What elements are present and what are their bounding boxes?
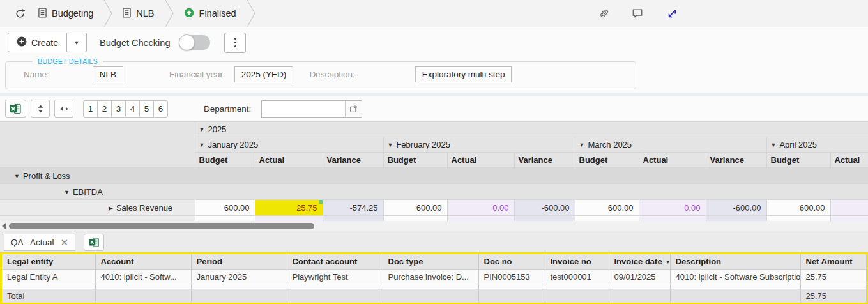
cell-invoice-no[interactable]: test000001 <box>545 270 609 284</box>
total-net-amount: 25.75 <box>800 289 866 303</box>
document-icon <box>38 8 47 20</box>
topbar-actions <box>597 6 678 20</box>
name-label: Name: <box>24 70 49 79</box>
scroll-left-icon[interactable] <box>2 223 6 229</box>
breadcrumb-label: Finalised <box>199 8 236 19</box>
cell-jan-variance[interactable]: -574.25 <box>323 200 383 216</box>
breadcrumb-item-budgeting[interactable]: Budgeting <box>28 0 103 27</box>
create-button[interactable]: Create <box>8 33 66 52</box>
expand-columns-button[interactable] <box>54 100 73 118</box>
cell-legal-entity[interactable]: Legal Entity A <box>2 270 95 284</box>
col-header-account[interactable]: Account <box>95 254 191 270</box>
budget-details-panel: BUDGET DETAILS Name: NLB Financial year:… <box>0 57 868 93</box>
department-label: Department: <box>204 104 251 114</box>
col-header-net-amount[interactable]: Net Amount <box>800 254 866 270</box>
document-icon <box>123 8 131 20</box>
cell-jan-actual-highlighted[interactable]: 25.75 <box>255 200 323 216</box>
scrollbar-thumb[interactable] <box>9 223 314 229</box>
col-header-period[interactable]: Period <box>191 254 287 270</box>
close-icon[interactable]: ✕ <box>61 238 69 247</box>
cell-mar-actual[interactable]: 0.00 <box>639 200 706 216</box>
financial-year-label: Financial year: <box>169 70 225 79</box>
budget-checking-toggle[interactable] <box>179 35 210 50</box>
more-options-button[interactable] <box>224 33 246 53</box>
page-button-6[interactable]: 6 <box>153 100 168 118</box>
cell-feb-variance[interactable]: -600.00 <box>514 200 575 216</box>
breadcrumb-chevron <box>103 0 112 27</box>
cell-doc-type[interactable]: Purchase invoice: D... <box>383 270 478 284</box>
action-bar: Create ▼ Budget Checking <box>0 27 868 57</box>
total-label: Total <box>2 289 95 303</box>
description-field[interactable]: Exploratory multi step <box>415 66 512 82</box>
col-header-doc-no[interactable]: Doc no <box>478 254 545 270</box>
col-header-invoice-date[interactable]: Invoice date▼ <box>609 254 670 270</box>
grid-toolbar: 1 2 3 4 5 6 Department: <box>0 96 868 121</box>
cell-mar-variance[interactable]: -600.00 <box>706 200 766 216</box>
attachment-icon[interactable] <box>597 6 611 20</box>
page-button-2[interactable]: 2 <box>97 100 112 118</box>
row-group-profit-and-loss[interactable]: ▼Profit & Loss <box>0 168 868 184</box>
refresh-icon[interactable] <box>11 5 28 22</box>
page-button-3[interactable]: 3 <box>111 100 126 118</box>
drilldown-data-row[interactable]: Legal Entity A 4010: iplicit - Softw... … <box>2 270 866 284</box>
cell-jan-budget[interactable]: 600.00 <box>195 200 255 216</box>
row-label-sales-revenue[interactable]: ▶Sales Revenue <box>0 200 195 216</box>
breadcrumb-label: Budgeting <box>52 8 93 19</box>
breadcrumb-bar: Budgeting NLB Finalised <box>0 0 868 27</box>
cell-apr-actual[interactable] <box>830 200 868 216</box>
page-button-5[interactable]: 5 <box>139 100 154 118</box>
period-page-buttons: 1 2 3 4 5 6 <box>83 100 168 118</box>
pivot-corner-cell <box>0 122 195 168</box>
cell-apr-budget[interactable]: 600.00 <box>766 200 830 216</box>
collapse-icon: ▼ <box>771 142 777 148</box>
breadcrumb-item-nlb[interactable]: NLB <box>112 0 164 27</box>
collapse-icon: ▼ <box>64 189 70 195</box>
year-group-header[interactable]: ▼2025 <box>195 122 868 137</box>
col-header-legal-entity[interactable]: Legal entity <box>2 254 95 270</box>
horizontal-scrollbar <box>0 221 868 231</box>
row-group-ebitda[interactable]: ▼EBITDA <box>0 184 868 200</box>
name-field[interactable]: NLB <box>93 66 123 82</box>
measure-header-budget: Budget <box>766 153 830 168</box>
month-header-january[interactable]: ▼January 2025 <box>195 137 383 153</box>
cell-contact-account[interactable]: Playwright Test <box>287 270 383 284</box>
cell-invoice-date[interactable]: 09/01/2025 <box>609 270 670 284</box>
col-header-doc-type[interactable]: Doc type <box>383 254 478 270</box>
cell-account[interactable]: 4010: iplicit - Softw... <box>95 270 191 284</box>
measure-header-actual: Actual <box>255 153 323 168</box>
col-header-description[interactable]: Description <box>670 254 800 270</box>
tab-label: QA - Actual <box>11 238 54 247</box>
cell-feb-budget[interactable]: 600.00 <box>383 200 447 216</box>
col-header-invoice-no[interactable]: Invoice no <box>545 254 609 270</box>
measure-header-actual: Actual <box>447 153 514 168</box>
drilldown-total-row: Total 25.75 <box>2 289 866 303</box>
breadcrumb-item-finalised[interactable]: Finalised <box>174 0 247 27</box>
cell-feb-actual[interactable]: 0.00 <box>447 200 514 216</box>
measure-header-budget: Budget <box>195 153 255 168</box>
audit-icon[interactable] <box>664 6 678 20</box>
financial-year-field[interactable]: 2025 (YED) <box>234 66 294 82</box>
clipped-row <box>0 216 868 221</box>
export-excel-button[interactable] <box>84 234 104 251</box>
month-header-april[interactable]: ▼April 2025 <box>766 137 868 153</box>
department-lookup-icon[interactable] <box>345 101 362 117</box>
collapse-icon: ▼ <box>579 142 585 148</box>
export-excel-button[interactable] <box>5 100 26 118</box>
cell-doc-no[interactable]: PIN0005153 <box>478 270 545 284</box>
cell-description[interactable]: 4010: iplicit - Software Subscriptio <box>670 270 800 284</box>
comment-icon[interactable] <box>630 6 644 20</box>
cell-period[interactable]: January 2025 <box>191 270 287 284</box>
department-input[interactable] <box>262 101 345 117</box>
cell-mar-budget[interactable]: 600.00 <box>575 200 639 216</box>
col-header-contact-account[interactable]: Contact account <box>287 254 383 270</box>
budget-checking-label: Budget Checking <box>100 38 170 48</box>
expand-rows-button[interactable] <box>31 100 50 118</box>
page-button-1[interactable]: 1 <box>83 100 98 118</box>
page-button-4[interactable]: 4 <box>125 100 140 118</box>
cell-net-amount[interactable]: 25.75 <box>800 270 866 284</box>
month-header-march[interactable]: ▼March 2025 <box>575 137 766 153</box>
tab-qa-actual[interactable]: QA - Actual ✕ <box>4 234 75 251</box>
collapse-icon: ▼ <box>14 173 20 179</box>
create-dropdown-arrow[interactable]: ▼ <box>66 33 86 52</box>
month-header-february[interactable]: ▼February 2025 <box>383 137 575 153</box>
